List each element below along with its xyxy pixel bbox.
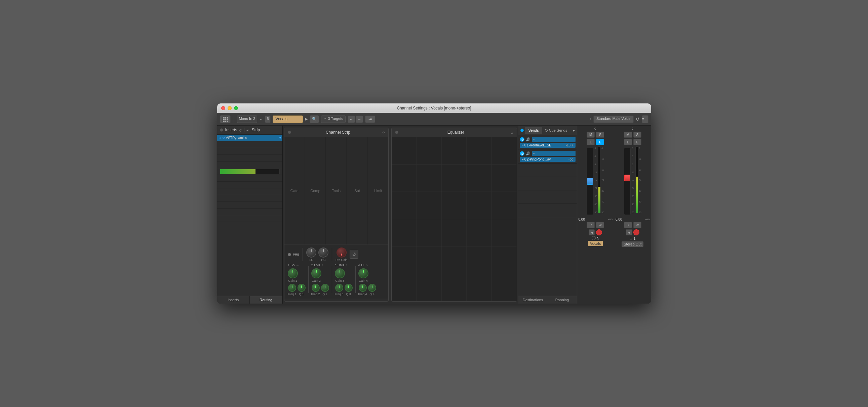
slot-icon-1: ⊙ bbox=[218, 136, 221, 140]
channel-name[interactable]: Vocals bbox=[273, 115, 303, 123]
nav-left-button[interactable]: ← bbox=[348, 115, 355, 123]
ch1-solo-button[interactable]: S bbox=[596, 132, 604, 138]
preset-name[interactable]: Standard Male Voice bbox=[593, 115, 634, 123]
insert-slot-3[interactable] bbox=[217, 148, 282, 155]
send-slot-3-empty[interactable] bbox=[518, 164, 577, 177]
send-dropdown-2[interactable]: ▾ bbox=[532, 151, 576, 156]
dropdown-button[interactable]: ▾ bbox=[642, 115, 649, 123]
ch1-write-button[interactable]: W bbox=[596, 222, 604, 228]
tab-inserts[interactable]: Inserts bbox=[217, 296, 250, 304]
ch2-listen-button[interactable]: L bbox=[624, 139, 632, 145]
ch2-fader-track[interactable] bbox=[624, 148, 631, 215]
send-name-text-2: FX 2-PingPong...ay bbox=[522, 158, 551, 161]
insert-slot-2[interactable] bbox=[217, 141, 282, 148]
insert-slot-12[interactable] bbox=[217, 208, 282, 215]
gate-band[interactable]: Gate bbox=[284, 137, 305, 244]
ch1-vu-meters: 6 12 18 24 30 40 50 bbox=[598, 146, 604, 213]
search-button[interactable]: 🔍 bbox=[310, 115, 319, 123]
destinations-tab[interactable]: Destinations bbox=[518, 296, 548, 304]
lc-knob[interactable] bbox=[306, 247, 316, 258]
send-slot-5-empty[interactable] bbox=[518, 191, 577, 204]
insert-slot-13[interactable] bbox=[217, 215, 282, 222]
q2-knob[interactable] bbox=[321, 284, 329, 292]
send-slot-4-empty[interactable] bbox=[518, 177, 577, 191]
ch1-edit-button[interactable]: E bbox=[596, 139, 604, 145]
minimize-button[interactable] bbox=[227, 106, 231, 110]
ch2-link-row: ∞ 1 bbox=[630, 236, 636, 241]
gain2-knob[interactable] bbox=[311, 268, 321, 278]
insert-slot-5[interactable] bbox=[217, 162, 282, 168]
insert-slot-9[interactable] bbox=[217, 189, 282, 195]
insert-slot-8[interactable] bbox=[217, 182, 282, 189]
main-content: Inserts ◇ ◂ Strip ⊙ ↺ VSTDynamics ▾ bbox=[217, 126, 651, 304]
hc-knob[interactable] bbox=[318, 247, 329, 258]
inserts-arrow-icon[interactable]: ◂ bbox=[246, 128, 248, 132]
targets-label[interactable]: → 3 Targets bbox=[321, 115, 346, 123]
insert-slot-7[interactable] bbox=[217, 175, 282, 182]
freq3-knob[interactable] bbox=[335, 284, 343, 292]
ch1-record-button[interactable] bbox=[596, 229, 602, 235]
sends-expand-btn[interactable]: ▾ bbox=[573, 127, 575, 133]
fader-area: C M S L E 6 bbox=[577, 126, 651, 304]
ch2-mute-button[interactable]: M bbox=[624, 132, 632, 138]
channel-number[interactable]: 5 bbox=[265, 115, 270, 123]
q3-knob[interactable] bbox=[345, 284, 353, 292]
insert-slot-10[interactable] bbox=[217, 195, 282, 202]
sat-band[interactable]: Sat bbox=[347, 137, 367, 244]
send-slot-6-empty[interactable] bbox=[518, 204, 577, 217]
export-button[interactable]: ⇥ bbox=[365, 115, 375, 123]
ch1-listen-button[interactable]: L bbox=[587, 139, 595, 145]
pre-dot[interactable] bbox=[288, 253, 291, 256]
comp-band[interactable]: Comp bbox=[305, 137, 326, 244]
sends-tab[interactable]: Sends bbox=[525, 127, 542, 134]
pregain-label: Pre Gain bbox=[336, 258, 348, 262]
ch2-back-button[interactable]: ◄ bbox=[626, 229, 632, 235]
send-name-1[interactable]: FX 1-Roomwor...SE -13.7 bbox=[520, 143, 576, 148]
gain4-knob[interactable] bbox=[359, 268, 368, 278]
insert-slot-11[interactable] bbox=[217, 202, 282, 208]
ch1-back-button[interactable]: ◄ bbox=[589, 229, 595, 235]
freq1-knob[interactable] bbox=[288, 284, 296, 292]
ch1-fader-track[interactable] bbox=[587, 148, 593, 215]
refresh-icon[interactable]: ↺ bbox=[636, 116, 640, 122]
cue-sends-tab[interactable]: Cue Sends bbox=[542, 127, 570, 134]
inserts-settings-icon[interactable]: ◇ bbox=[239, 128, 242, 132]
send-dropdown-1[interactable]: ▾ bbox=[532, 137, 576, 142]
insert-slot-4[interactable] bbox=[217, 155, 282, 162]
ch1-number: 5 bbox=[597, 236, 599, 240]
panning-tab[interactable]: Panning bbox=[548, 296, 577, 304]
ch2-record-button[interactable] bbox=[633, 229, 640, 235]
ch2-rw-row: R W bbox=[624, 222, 642, 228]
ch2-read-button[interactable]: R bbox=[624, 222, 632, 228]
q4-knob[interactable] bbox=[368, 284, 376, 292]
grid-view-button[interactable] bbox=[220, 115, 230, 123]
slot-dropdown-1[interactable]: ▾ bbox=[279, 136, 281, 140]
tools-band[interactable]: Tools bbox=[326, 137, 347, 244]
gain3-knob[interactable] bbox=[335, 268, 345, 278]
close-button[interactable] bbox=[221, 106, 225, 110]
limit-band[interactable]: Limit bbox=[368, 137, 388, 244]
q1-knob[interactable] bbox=[298, 284, 306, 292]
input-label: Mono In 2 bbox=[237, 115, 257, 123]
send-name-2[interactable]: FX 2-PingPong...ay -oo bbox=[520, 157, 576, 162]
phase-button[interactable]: ∅ bbox=[350, 250, 359, 259]
freq4-knob[interactable] bbox=[359, 284, 367, 292]
gain1-knob[interactable] bbox=[288, 268, 298, 278]
ch1-mute-button[interactable]: M bbox=[587, 132, 595, 138]
ch2-solo-button[interactable]: S bbox=[633, 132, 642, 138]
ch2-write-button[interactable]: W bbox=[633, 222, 642, 228]
freq2-knob[interactable] bbox=[312, 284, 320, 292]
ch1-fader-handle[interactable] bbox=[587, 178, 593, 185]
send-power-1[interactable]: ⏻ bbox=[520, 137, 524, 142]
ch1-read-button[interactable]: R bbox=[587, 222, 595, 228]
send-power-2[interactable]: ⏻ bbox=[520, 151, 524, 156]
insert-slot-1[interactable]: ⊙ ↺ VSTDynamics ▾ bbox=[217, 135, 282, 141]
maximize-button[interactable] bbox=[234, 106, 238, 110]
band2-name: LMF bbox=[314, 264, 320, 267]
tab-routing[interactable]: Routing bbox=[250, 296, 282, 304]
ch2-fader-area: 6 0 6 12 18 24 30 40 50 bbox=[624, 146, 642, 216]
pregain-knob[interactable] bbox=[337, 247, 347, 258]
ch2-edit-button[interactable]: E bbox=[633, 139, 642, 145]
nav-right-button[interactable]: → bbox=[356, 115, 363, 123]
ch2-fader-handle[interactable] bbox=[624, 175, 630, 181]
